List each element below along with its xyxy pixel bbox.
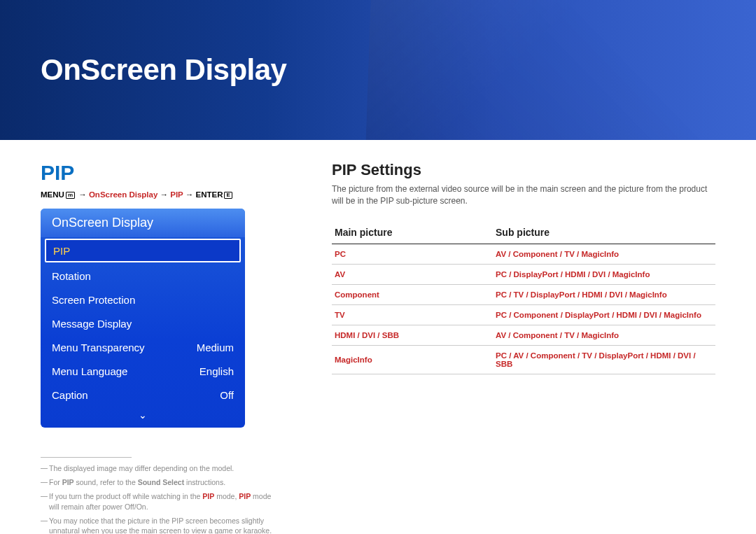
footnote-text: You may notice that the picture in the P… xyxy=(49,517,272,534)
osd-value: English xyxy=(200,365,234,377)
cell-main: Component xyxy=(332,284,493,304)
osd-value: Off xyxy=(220,389,234,401)
footnote-4: You may notice that the picture in the P… xyxy=(41,516,279,534)
cell-main: HDMI / DVI / SBB xyxy=(332,325,493,345)
nav-breadcrumb: MENUm → OnScreen Display → PIP → ENTERE xyxy=(41,190,293,199)
bc-menu: MENU xyxy=(41,190,64,199)
table-row: Component PC / TV / DisplayPort / HDMI /… xyxy=(332,284,715,304)
footnote-text: sound, refer to the xyxy=(74,478,138,486)
bc-part-1: OnScreen Display xyxy=(89,190,158,199)
osd-value: Medium xyxy=(197,342,234,353)
osd-label: Menu Transparency xyxy=(52,342,145,353)
cell-sub: AV / Component / TV / MagicInfo xyxy=(493,325,715,345)
osd-row-pip[interactable]: PIP xyxy=(45,239,241,262)
cell-sub: PC / TV / DisplayPort / HDMI / DVI / Mag… xyxy=(493,284,715,304)
bc-part-2: PIP xyxy=(170,190,183,199)
footnote-bold: Sound Select xyxy=(138,478,185,486)
osd-label: Screen Protection xyxy=(52,294,135,306)
chapter-title: OnScreen Display xyxy=(41,53,286,87)
footnote-text: For xyxy=(49,478,62,486)
enter-icon: E xyxy=(224,192,232,199)
left-column: PIP MENUm → OnScreen Display → PIP → ENT… xyxy=(41,161,293,534)
section-title: PIP xyxy=(41,161,293,185)
menu-icon: m xyxy=(66,192,75,199)
table-row: PC AV / Component / TV / MagicInfo xyxy=(332,244,715,264)
cell-main: AV xyxy=(332,264,493,284)
th-main: Main picture xyxy=(332,223,493,244)
footnote-3: If you turn the product off while watchi… xyxy=(41,491,279,511)
osd-label: Rotation xyxy=(52,270,91,282)
pip-compat-table: Main picture Sub picture PC AV / Compone… xyxy=(332,223,715,374)
cell-sub: PC / AV / Component / TV / DisplayPort /… xyxy=(493,345,715,374)
osd-row-menu-transparency[interactable]: Menu Transparency Medium xyxy=(41,335,245,359)
bc-arrow-1: → xyxy=(78,190,87,199)
cell-sub: PC / DisplayPort / HDMI / DVI / MagicInf… xyxy=(493,264,715,284)
footnote-text: mode, xyxy=(214,492,239,500)
table-row: TV PC / Component / DisplayPort / HDMI /… xyxy=(332,304,715,325)
pip-settings-desc: The picture from the external video sour… xyxy=(332,183,715,207)
footnote-2: For PIP sound, refer to the Sound Select… xyxy=(41,477,279,487)
osd-menu: OnScreen Display PIP Rotation Screen Pro… xyxy=(41,209,245,428)
footnote-1: The displayed image may differ depending… xyxy=(41,463,279,473)
cell-sub: AV / Component / TV / MagicInfo xyxy=(493,244,715,264)
table-row: HDMI / DVI / SBB AV / Component / TV / M… xyxy=(332,325,715,345)
osd-row-rotation[interactable]: Rotation xyxy=(41,264,245,288)
cell-main: PC xyxy=(332,244,493,264)
osd-row-message-display[interactable]: Message Display xyxy=(41,311,245,335)
content-area: PIP MENUm → OnScreen Display → PIP → ENT… xyxy=(0,140,756,534)
chapter-banner: OnScreen Display xyxy=(0,0,756,140)
footnote-bold: PIP xyxy=(62,478,74,486)
osd-label: Message Display xyxy=(52,318,132,330)
footnote-hl: PIP xyxy=(202,492,214,500)
osd-row-screen-protection[interactable]: Screen Protection xyxy=(41,288,245,311)
osd-label: PIP xyxy=(53,245,70,257)
bc-enter: ENTER xyxy=(195,190,223,199)
bc-arrow-2: → xyxy=(160,190,169,199)
bc-arrow-3: → xyxy=(186,190,194,199)
footnote-text: instructions. xyxy=(184,478,225,486)
footnote-text: If you turn the product off while watchi… xyxy=(49,492,202,500)
cell-main: TV xyxy=(332,304,493,325)
chevron-down-icon: ⌄ xyxy=(139,409,147,421)
right-column: PIP Settings The picture from the extern… xyxy=(293,161,715,534)
osd-row-caption[interactable]: Caption Off xyxy=(41,383,245,407)
footnote-hl: PIP xyxy=(239,492,251,500)
footnote-text: The displayed image may differ depending… xyxy=(49,464,234,472)
pip-settings-heading: PIP Settings xyxy=(332,161,715,179)
cell-main: MagicInfo xyxy=(332,345,493,374)
th-sub: Sub picture xyxy=(493,223,715,244)
table-row: AV PC / DisplayPort / HDMI / DVI / Magic… xyxy=(332,264,715,284)
notes-divider xyxy=(41,457,132,458)
osd-label: Menu Language xyxy=(52,365,127,377)
table-row: MagicInfo PC / AV / Component / TV / Dis… xyxy=(332,345,715,374)
osd-more-down[interactable]: ⌄ xyxy=(41,407,245,428)
osd-label: Caption xyxy=(52,389,88,401)
cell-sub: PC / Component / DisplayPort / HDMI / DV… xyxy=(493,304,715,325)
osd-title: OnScreen Display xyxy=(41,209,245,237)
osd-row-menu-language[interactable]: Menu Language English xyxy=(41,359,245,383)
